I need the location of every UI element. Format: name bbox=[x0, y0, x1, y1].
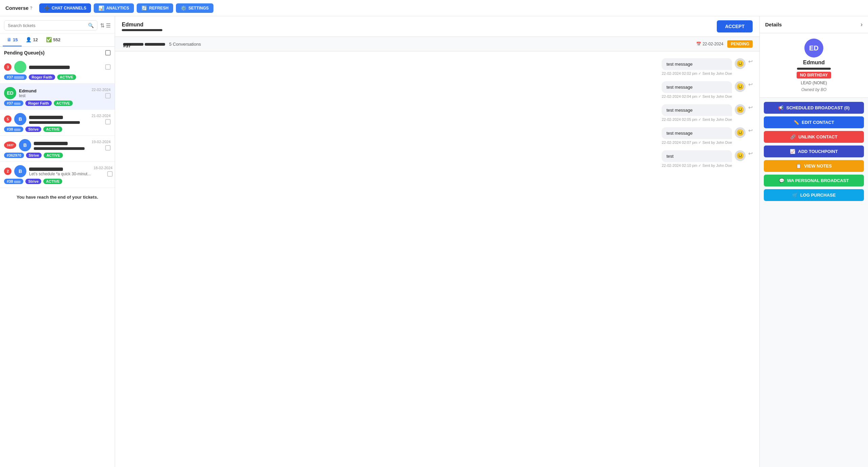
edit-contact-button[interactable]: ✏️ EDIT CONTACT bbox=[764, 116, 864, 128]
wa-broadcast-button[interactable]: 💬 WA PERSONAL BROADCAST bbox=[764, 175, 864, 186]
badge-agent-name: Roger Faith bbox=[25, 101, 51, 106]
message-bubble: test message bbox=[662, 58, 732, 70]
view-notes-button[interactable]: 📋 VIEW NOTES bbox=[764, 160, 864, 172]
analytics-button[interactable]: 📊 ANALYTICS bbox=[94, 3, 134, 13]
sidebar: 🔍 ⇅ ☰ 🖥 15 👤 12 ✅ 552 Pending Qu bbox=[0, 16, 115, 467]
filter-icon[interactable]: ☰ bbox=[106, 22, 111, 29]
list-item[interactable]: 3 #37 Roger Faith ACTIVE bbox=[0, 58, 115, 84]
chat-header-left: Edmund bbox=[122, 22, 162, 31]
unlink-contact-button[interactable]: 🔗 UNLINK CONTACT bbox=[764, 131, 864, 143]
status-badge: PENDING bbox=[727, 40, 753, 48]
message-row: test message 22-02-2024 02:04 pm ✓ Sent … bbox=[122, 81, 753, 99]
search-input[interactable] bbox=[8, 23, 88, 28]
message-bubble-wrap: test message 22-02-2024 02:02 pm ✓ Sent … bbox=[662, 58, 732, 76]
refresh-button[interactable]: 🔄 REFRESH bbox=[137, 3, 173, 13]
message-avatar: 😐 bbox=[735, 58, 746, 69]
ticket-info bbox=[29, 65, 102, 70]
log-purchase-button[interactable]: 🛒 LOG PURCHASE bbox=[764, 189, 864, 201]
badge-ticket-id: #38 bbox=[4, 127, 23, 132]
reply-icon[interactable]: ↩ bbox=[748, 127, 753, 134]
reply-icon[interactable]: ↩ bbox=[748, 58, 753, 65]
message-avatar: 😐 bbox=[735, 81, 746, 92]
calendar-icon: 📅 bbox=[696, 42, 701, 46]
search-input-wrap[interactable]: 🔍 bbox=[4, 20, 97, 30]
chat-channels-icon: ➕ bbox=[44, 5, 50, 11]
ticket-strip-id: #37 bbox=[122, 41, 165, 47]
message-meta: 22-02-2024 02:07 pm ✓ Sent by John Doe bbox=[662, 140, 732, 145]
help-icon[interactable]: ? bbox=[30, 6, 32, 10]
top-nav: Converse ? ➕ CHAT CHANNELS 📊 ANALYTICS 🔄… bbox=[0, 0, 868, 16]
tasks-icon: ✅ bbox=[46, 37, 52, 42]
details-expand-icon[interactable]: › bbox=[861, 21, 863, 28]
message-meta: 22-02-2024 02:04 pm ✓ Sent by John Doe bbox=[662, 94, 732, 99]
whatsapp-icon: 💬 bbox=[779, 178, 784, 183]
badge-status: ACTIVE bbox=[54, 101, 73, 106]
ticket-info bbox=[34, 141, 89, 150]
settings-button[interactable]: ⚙️ SETTINGS bbox=[176, 3, 213, 13]
ticket-preview bbox=[29, 120, 89, 124]
settings-icon: ⚙️ bbox=[181, 5, 186, 11]
sort-icons[interactable]: ⇅ ☰ bbox=[100, 22, 111, 29]
tab-tasks[interactable]: ✅ 552 bbox=[42, 34, 65, 46]
ticket-badges: #37 Roger Faith ACTIVE bbox=[4, 101, 111, 106]
badge-ticket-id: #37 bbox=[4, 74, 27, 80]
brand: Converse ? bbox=[5, 5, 32, 11]
list-item[interactable]: 2 B Let's schedule *a quick 30-minut... … bbox=[0, 162, 115, 188]
message-bubble-wrap: test 22-02-2024 02:10 pm ✓ Sent by John … bbox=[662, 150, 732, 168]
messages-area[interactable]: test message 22-02-2024 02:02 pm ✓ Sent … bbox=[115, 51, 759, 467]
contact-card: ED Edmund NO BIRTHDAY LEAD (NONE) Owned … bbox=[760, 33, 868, 98]
chat-contact-sub bbox=[122, 29, 162, 31]
badge-ticket-id: #38 bbox=[4, 179, 23, 184]
reply-icon[interactable]: ↩ bbox=[748, 150, 753, 157]
queue-select-all[interactable] bbox=[105, 50, 111, 55]
item-checkbox[interactable] bbox=[107, 171, 113, 177]
tab-contacts[interactable]: 👤 12 bbox=[22, 34, 42, 46]
chat-area: Edmund ACCEPT #37 5 Conversations 📅 22-0… bbox=[115, 16, 760, 467]
accept-button[interactable]: ACCEPT bbox=[717, 20, 753, 32]
badge-agent-name: Strive bbox=[26, 153, 42, 158]
message-meta: 22-02-2024 02:05 pm ✓ Sent by John Doe bbox=[662, 117, 732, 122]
message-bubble: test message bbox=[662, 81, 732, 93]
message-avatar: 😐 bbox=[735, 127, 746, 138]
list-item[interactable]: 1637 B 19-02-2024 #362970 Strive ACTIVE bbox=[0, 136, 115, 162]
owned-text: Owned by BO bbox=[801, 87, 827, 92]
item-checkbox[interactable] bbox=[105, 119, 111, 125]
item-checkbox[interactable] bbox=[105, 93, 111, 98]
ticket-name bbox=[29, 65, 102, 70]
reply-icon[interactable]: ↩ bbox=[748, 104, 753, 111]
message-bubble-wrap: test message 22-02-2024 02:07 pm ✓ Sent … bbox=[662, 127, 732, 145]
message-meta: 22-02-2024 02:10 pm ✓ Sent by John Doe bbox=[662, 163, 732, 168]
chat-channels-button[interactable]: ➕ CHAT CHANNELS bbox=[39, 3, 91, 13]
reply-icon[interactable]: ↩ bbox=[748, 81, 753, 88]
list-item[interactable]: 5 B 21-02-2024 #38 Strive ACTIVE bbox=[0, 110, 115, 136]
list-item[interactable]: ED Edmund test 22-02-2024 #37 Roger Fait… bbox=[0, 84, 115, 110]
contacts-icon: 👤 bbox=[26, 37, 31, 42]
unread-badge: 3 bbox=[4, 63, 12, 71]
badge-status: ACTIVE bbox=[43, 179, 62, 184]
scheduled-broadcast-button[interactable]: 📢 SCHEDULED BROADCAST (0) bbox=[764, 102, 864, 114]
message-avatar: 😐 bbox=[735, 104, 746, 115]
touchpoint-icon: 📈 bbox=[790, 149, 795, 154]
item-checkbox[interactable] bbox=[105, 64, 111, 70]
ticket-badges: #38 Strive ACTIVE bbox=[4, 179, 111, 184]
edit-icon: ✏️ bbox=[794, 120, 799, 125]
sort-icon[interactable]: ⇅ bbox=[100, 22, 105, 29]
ticket-strip-date: 📅 22-02-2024 bbox=[696, 42, 723, 46]
ticket-list: 3 #37 Roger Faith ACTIVE ED bbox=[0, 58, 115, 467]
queue-title: Pending Queue(s) bbox=[4, 50, 45, 55]
details-header: Details › bbox=[760, 16, 868, 33]
item-checkbox[interactable] bbox=[105, 145, 111, 151]
message-row: test message 22-02-2024 02:05 pm ✓ Sent … bbox=[122, 104, 753, 122]
chat-contact-name: Edmund bbox=[122, 22, 162, 28]
ticket-strip-convs: 5 Conversations bbox=[169, 42, 201, 47]
action-buttons: 📢 SCHEDULED BROADCAST (0) ✏️ EDIT CONTAC… bbox=[760, 98, 868, 205]
message-meta: 22-02-2024 02:02 pm ✓ Sent by John Doe bbox=[662, 71, 732, 76]
ticket-date: 21-02-2024 bbox=[92, 114, 111, 118]
ticket-date: 18-02-2024 bbox=[93, 166, 112, 170]
avatar: B bbox=[19, 139, 31, 151]
ticket-date: 22-02-2024 bbox=[92, 88, 111, 92]
tab-tickets[interactable]: 🖥 15 bbox=[3, 34, 22, 46]
chat-header: Edmund ACCEPT bbox=[115, 16, 759, 37]
badge-agent-name: Strive bbox=[25, 127, 41, 132]
add-touchpoint-button[interactable]: 📈 ADD TOUCHPOINT bbox=[764, 146, 864, 157]
